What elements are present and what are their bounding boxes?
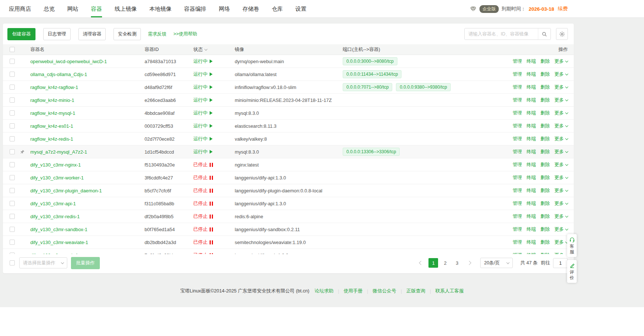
manage-link[interactable]: 管理 — [513, 84, 522, 90]
delete-link[interactable]: 删除 — [540, 200, 550, 207]
goto-page-input[interactable] — [553, 258, 568, 268]
nav-item-0[interactable]: 应用商店 — [9, 0, 31, 17]
container-name-link[interactable]: ragflow_kr4z-minio-1 — [30, 97, 74, 103]
nav-item-5[interactable]: 本地镜像 — [149, 0, 172, 17]
row-checkbox[interactable] — [10, 59, 15, 64]
manage-link[interactable]: 管理 — [513, 188, 522, 194]
row-checkbox[interactable] — [10, 175, 15, 180]
renew-link[interactable]: 续费 — [558, 6, 568, 12]
row-checkbox[interactable] — [10, 136, 15, 141]
more-link[interactable]: 更多 — [554, 213, 568, 220]
footer-link-1[interactable]: 使用手册 — [343, 288, 362, 294]
delete-link[interactable]: 删除 — [540, 58, 550, 65]
delete-link[interactable]: 删除 — [540, 149, 550, 155]
delete-link[interactable]: 删除 — [540, 188, 550, 194]
batch-operation-select[interactable]: 请选择批量操作 — [19, 257, 67, 268]
delete-link[interactable]: 删除 — [540, 97, 550, 103]
terminal-link[interactable]: 终端 — [526, 84, 536, 90]
delete-link[interactable]: 删除 — [540, 213, 550, 220]
more-link[interactable]: 更多 — [554, 71, 568, 78]
manage-link[interactable]: 管理 — [513, 149, 522, 155]
manage-link[interactable]: 管理 — [513, 110, 522, 116]
container-name-link[interactable]: dify_v130_c3mr-worker-1 — [30, 175, 84, 181]
delete-link[interactable]: 删除 — [540, 252, 550, 254]
page-button-3[interactable]: 3 — [452, 258, 462, 268]
nav-item-9[interactable]: 仓库 — [272, 0, 283, 17]
row-checkbox[interactable] — [10, 97, 15, 103]
batch-apply-button[interactable]: 批量操作 — [71, 257, 100, 269]
nav-item-2[interactable]: 网站 — [67, 0, 78, 17]
footer-link-0[interactable]: 论坛求助 — [315, 288, 333, 294]
more-link[interactable]: 更多 — [554, 252, 568, 254]
terminal-link[interactable]: 终端 — [526, 71, 536, 78]
row-checkbox[interactable] — [10, 227, 15, 232]
container-name-link[interactable]: ragflow_kr4z-es01-1 — [30, 123, 73, 129]
container-name-link[interactable]: dify_v130_c3mr-api-1 — [30, 201, 76, 206]
delete-link[interactable]: 删除 — [540, 175, 550, 181]
more-link[interactable]: 更多 — [554, 84, 568, 90]
container-name-link[interactable]: openwebui_iwcd-openwebui_iwcD-1 — [30, 59, 107, 64]
row-checkbox[interactable] — [10, 72, 15, 77]
manage-link[interactable]: 管理 — [513, 136, 522, 142]
container-name-link[interactable]: dify_v130_c3mr-web-1 — [30, 253, 78, 254]
select-all-checkbox[interactable] — [10, 47, 15, 52]
nav-item-4[interactable]: 线上镜像 — [115, 0, 137, 17]
row-checkbox[interactable] — [10, 123, 15, 128]
more-link[interactable]: 更多 — [554, 239, 568, 246]
more-link[interactable]: 更多 — [554, 200, 568, 207]
next-page-button[interactable] — [465, 258, 474, 268]
nav-item-8[interactable]: 存储卷 — [243, 0, 259, 17]
more-link[interactable]: 更多 — [554, 175, 568, 181]
log-management-button[interactable]: 日志管理 — [43, 28, 71, 40]
more-link[interactable]: 更多 — [554, 149, 568, 155]
batch-select-all-checkbox[interactable] — [10, 260, 15, 265]
page-button-1[interactable]: 1 — [428, 258, 438, 268]
terminal-link[interactable]: 终端 — [526, 213, 536, 220]
settings-button[interactable] — [556, 28, 568, 40]
terminal-link[interactable]: 终端 — [526, 200, 536, 207]
container-name-link[interactable]: dify_v130_c3mr-redis-1 — [30, 214, 80, 219]
manage-link[interactable]: 管理 — [513, 97, 522, 103]
container-name-link[interactable]: ragflow_kr4z-mysql-1 — [30, 110, 75, 116]
delete-link[interactable]: 删除 — [540, 84, 550, 90]
terminal-link[interactable]: 终端 — [526, 149, 536, 155]
container-name-link[interactable]: mysql_a7z2-mysql_A7z2-1 — [30, 149, 87, 155]
terminal-link[interactable]: 终端 — [526, 188, 536, 194]
container-name-link[interactable]: dify_v130_c3mr-sandbox-1 — [30, 227, 87, 232]
more-link[interactable]: 更多 — [554, 123, 568, 129]
terminal-link[interactable]: 终端 — [526, 226, 536, 233]
row-checkbox[interactable] — [10, 85, 15, 90]
nav-item-1[interactable]: 总览 — [44, 0, 55, 17]
container-name-link[interactable]: ragflow_kr4z-ragflow-1 — [30, 85, 78, 90]
clean-container-button[interactable]: 清理容器 — [78, 28, 106, 40]
nav-item-3[interactable]: 容器 — [91, 0, 102, 17]
help-link[interactable]: >>使用帮助 — [173, 31, 197, 37]
nav-item-6[interactable]: 容器编排 — [184, 0, 206, 17]
delete-link[interactable]: 删除 — [540, 123, 550, 129]
row-checkbox[interactable] — [10, 149, 15, 154]
customer-service-tab[interactable]: 客服 — [567, 234, 577, 257]
row-checkbox[interactable] — [10, 214, 15, 219]
manage-link[interactable]: 管理 — [513, 200, 522, 207]
search-button[interactable] — [538, 28, 550, 40]
feedback-link[interactable]: 需求反馈 — [148, 31, 166, 37]
delete-link[interactable]: 删除 — [540, 136, 550, 142]
search-input[interactable] — [465, 28, 538, 40]
manage-link[interactable]: 管理 — [513, 71, 522, 78]
terminal-link[interactable]: 终端 — [526, 123, 536, 129]
terminal-link[interactable]: 终端 — [526, 58, 536, 65]
manage-link[interactable]: 管理 — [513, 252, 522, 254]
row-checkbox[interactable] — [10, 188, 15, 193]
manage-link[interactable]: 管理 — [513, 239, 522, 246]
create-container-button[interactable]: 创建容器 — [7, 28, 35, 40]
page-button-2[interactable]: 2 — [440, 258, 450, 268]
footer-link-2[interactable]: 微信公众号 — [373, 288, 396, 294]
review-tab[interactable]: 评价 — [567, 260, 577, 283]
row-checkbox[interactable] — [10, 162, 15, 167]
footer-link-4[interactable]: 联系人工客服 — [435, 288, 464, 294]
terminal-link[interactable]: 终端 — [526, 162, 536, 168]
container-name-link[interactable]: ragflow_kr4z-redis-1 — [30, 136, 73, 142]
page-size-select[interactable]: 20条/页 — [480, 258, 513, 268]
container-name-link[interactable]: dify_v130_c3mr-weaviate-1 — [30, 240, 88, 245]
terminal-link[interactable]: 终端 — [526, 110, 536, 116]
